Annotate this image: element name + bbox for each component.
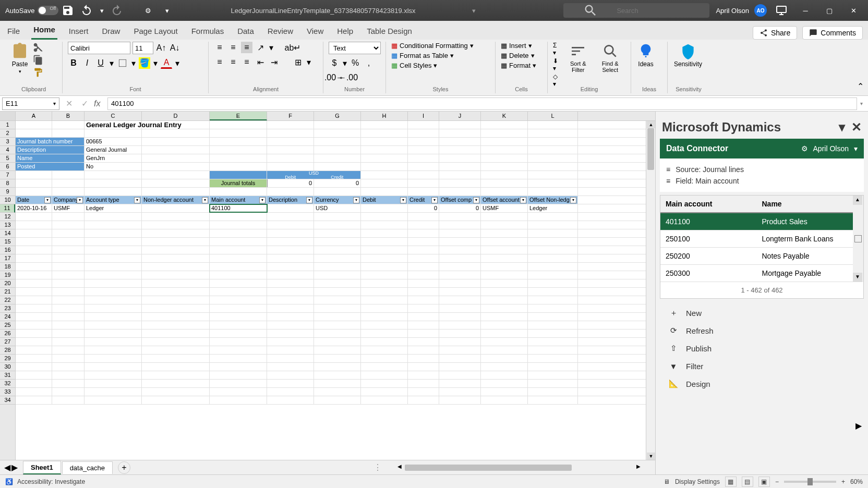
cell[interactable] <box>210 321 267 329</box>
cell[interactable] <box>439 254 481 262</box>
copy-icon[interactable] <box>32 54 44 66</box>
cell[interactable] <box>361 246 408 254</box>
cell[interactable] <box>142 129 210 137</box>
cell[interactable] <box>361 171 408 179</box>
hscroll-right-icon[interactable]: ▶ <box>636 463 641 469</box>
sheet-tab-data-cache[interactable]: data_cache <box>62 461 113 474</box>
cell[interactable] <box>361 213 408 221</box>
cell[interactable] <box>52 388 85 396</box>
cell[interactable] <box>85 396 142 404</box>
cell[interactable]: USMF <box>481 204 528 212</box>
cell[interactable] <box>314 138 361 145</box>
cell[interactable] <box>210 129 267 137</box>
cell[interactable] <box>16 213 52 221</box>
cell[interactable] <box>85 213 142 221</box>
col-header-L[interactable]: L <box>528 112 578 120</box>
cell[interactable] <box>439 146 481 154</box>
cell[interactable] <box>52 371 85 379</box>
row-header-7[interactable]: 7 <box>0 171 15 179</box>
row-header-24[interactable]: 24 <box>0 313 15 321</box>
undo-dropdown-icon[interactable]: ▾ <box>99 4 104 17</box>
cell[interactable] <box>52 380 85 387</box>
cell[interactable]: 00665 <box>85 138 142 145</box>
cell[interactable] <box>85 246 142 254</box>
cell[interactable] <box>267 146 314 154</box>
cell[interactable] <box>481 330 528 337</box>
pane-settings-icon[interactable]: ⚙ <box>801 144 808 153</box>
cell[interactable] <box>210 146 267 154</box>
avatar[interactable]: AO <box>754 4 767 17</box>
undo-icon[interactable] <box>80 4 93 17</box>
cell[interactable] <box>267 355 314 362</box>
cell[interactable] <box>16 188 52 196</box>
col-header-E[interactable]: E <box>210 112 267 120</box>
cell[interactable] <box>528 296 578 304</box>
col-header-G[interactable]: G <box>314 112 361 120</box>
cell[interactable] <box>52 254 85 262</box>
cell[interactable] <box>439 279 481 287</box>
cell[interactable] <box>210 296 267 304</box>
cell[interactable] <box>408 313 439 321</box>
row-header-15[interactable]: 15 <box>0 238 15 246</box>
cell[interactable] <box>210 396 267 404</box>
comments-button[interactable]: Comments <box>802 26 863 40</box>
cell[interactable] <box>52 288 85 296</box>
cell[interactable] <box>481 121 528 129</box>
cell[interactable] <box>528 188 578 196</box>
cell[interactable] <box>314 154 361 162</box>
row-header-31[interactable]: 31 <box>0 371 15 380</box>
cell[interactable] <box>361 346 408 354</box>
cell[interactable] <box>16 304 52 312</box>
cell[interactable] <box>439 371 481 379</box>
tab-view[interactable]: View <box>305 22 326 40</box>
col-header-A[interactable]: A <box>16 112 52 120</box>
cell[interactable]: General Ledger Journal Entry <box>85 121 142 129</box>
add-sheet-icon[interactable]: + <box>118 461 130 474</box>
cell[interactable] <box>267 229 314 237</box>
cell[interactable] <box>142 246 210 254</box>
cell[interactable] <box>85 338 142 346</box>
col-header-J[interactable]: J <box>439 112 481 120</box>
cell[interactable] <box>85 321 142 329</box>
cell[interactable]: Ledger <box>528 204 578 212</box>
cell[interactable] <box>142 271 210 279</box>
row-header-29[interactable]: 29 <box>0 355 15 363</box>
cell[interactable] <box>361 321 408 329</box>
cell[interactable] <box>314 330 361 337</box>
pane-scroll-down-icon[interactable]: ▼ <box>853 273 862 282</box>
filter-dropdown-icon[interactable]: ▾ <box>520 197 526 203</box>
orientation-dropdown-icon[interactable]: ▾ <box>268 42 274 53</box>
select-all-corner[interactable] <box>0 112 16 120</box>
cell[interactable] <box>142 371 210 379</box>
row-header-12[interactable]: 12 <box>0 213 15 221</box>
cell[interactable] <box>361 204 408 212</box>
row-header-28[interactable]: 28 <box>0 346 15 355</box>
cell[interactable] <box>361 338 408 346</box>
cell[interactable] <box>142 321 210 329</box>
cell[interactable] <box>16 371 52 379</box>
format-cells-button[interactable]: ▦Format ▾ <box>501 62 536 69</box>
cell[interactable] <box>267 363 314 371</box>
decrease-decimal-icon[interactable]: ←.00 <box>342 72 354 83</box>
cell[interactable] <box>16 279 52 287</box>
cell[interactable] <box>267 296 314 304</box>
cell[interactable] <box>439 363 481 371</box>
col-header-F[interactable]: F <box>267 112 314 120</box>
cell[interactable] <box>85 346 142 354</box>
pane-publish-button[interactable]: ⇧Publish <box>665 339 859 357</box>
cell[interactable] <box>408 188 439 196</box>
cell[interactable] <box>85 380 142 387</box>
cell[interactable] <box>528 121 578 129</box>
row-header-9[interactable]: 9 <box>0 188 15 196</box>
cell[interactable] <box>85 238 142 246</box>
vscroll-thumb[interactable] <box>647 128 654 170</box>
pane-design-button[interactable]: 📐Design <box>665 375 859 393</box>
fill-color-icon[interactable]: 🪣 <box>139 57 150 69</box>
cell[interactable] <box>314 246 361 254</box>
filter-dropdown-icon[interactable]: ▾ <box>400 197 406 203</box>
cell[interactable] <box>267 121 314 129</box>
cell[interactable] <box>142 121 210 129</box>
tab-insert[interactable]: Insert <box>67 22 91 40</box>
cell[interactable] <box>439 229 481 237</box>
italic-icon[interactable]: I <box>81 57 93 69</box>
